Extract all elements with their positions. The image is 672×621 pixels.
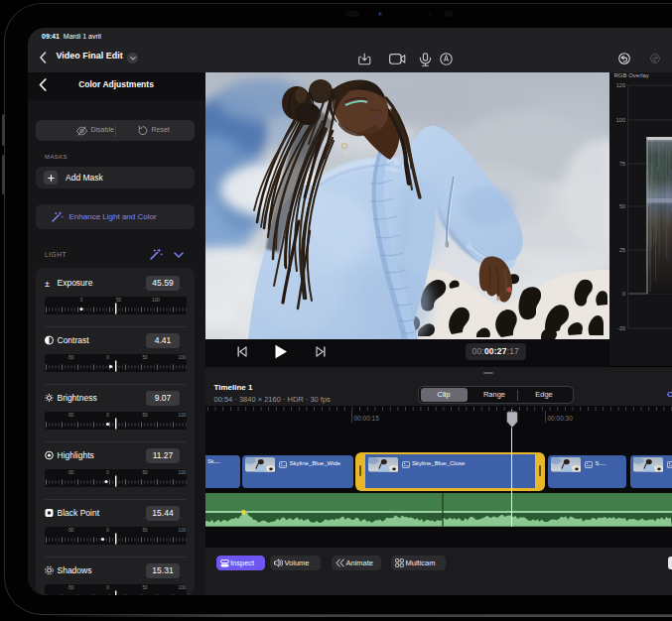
svg-text:50: 50 xyxy=(142,470,148,475)
svg-text:50: 50 xyxy=(142,355,148,360)
svg-text:-50: -50 xyxy=(67,413,74,418)
svg-text:-50: -50 xyxy=(67,470,74,475)
svg-text:50: 50 xyxy=(142,413,148,418)
svg-text:0: 0 xyxy=(106,470,109,475)
svg-text:100: 100 xyxy=(179,355,187,360)
svg-text:75: 75 xyxy=(619,161,625,167)
svg-text:100: 100 xyxy=(152,298,160,303)
svg-text:0: 0 xyxy=(106,355,109,360)
svg-text:120: 120 xyxy=(616,82,625,88)
svg-text:25: 25 xyxy=(619,247,625,253)
svg-text:0: 0 xyxy=(106,585,109,590)
svg-text:100: 100 xyxy=(179,585,187,590)
svg-text:0: 0 xyxy=(106,413,109,418)
svg-text:100: 100 xyxy=(179,528,187,533)
svg-text:100: 100 xyxy=(616,117,625,123)
svg-text:0: 0 xyxy=(106,528,109,533)
svg-text:0: 0 xyxy=(80,298,83,303)
svg-text:100: 100 xyxy=(179,413,187,418)
svg-text:100: 100 xyxy=(179,470,187,475)
svg-text:±: ± xyxy=(45,279,50,288)
svg-text:-50: -50 xyxy=(67,355,74,360)
svg-text:-50: -50 xyxy=(67,585,74,590)
svg-text:0: 0 xyxy=(622,291,625,297)
svg-text:-50: -50 xyxy=(67,528,74,533)
svg-text:50: 50 xyxy=(116,298,122,303)
svg-text:50: 50 xyxy=(619,203,625,209)
svg-text:50: 50 xyxy=(142,528,148,533)
svg-text:-20: -20 xyxy=(617,325,625,331)
svg-text:50: 50 xyxy=(142,585,148,590)
